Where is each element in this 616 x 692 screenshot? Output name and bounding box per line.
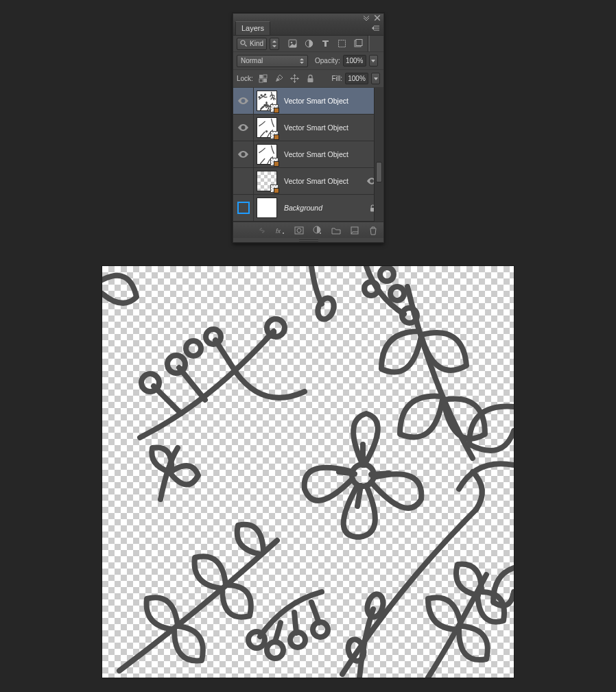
svg-point-25 (186, 341, 201, 356)
lock-transparency-icon[interactable] (259, 74, 268, 84)
visibility-toggle[interactable] (233, 195, 254, 221)
canvas-artwork (102, 266, 514, 678)
close-icon[interactable] (374, 15, 381, 21)
layer-name[interactable]: Background (284, 204, 322, 212)
tab-layers[interactable]: Layers (235, 21, 270, 35)
smart-object-badge (270, 131, 279, 139)
layers-list: Vector Smart Object Vector Smart Object (233, 88, 383, 222)
svg-text:fx: fx (276, 228, 281, 235)
smart-object-badge (270, 104, 279, 112)
panel-tabstrip: Layers (233, 22, 383, 36)
panel-resize-grip[interactable] (233, 238, 383, 242)
svg-rect-6 (356, 40, 362, 46)
svg-point-23 (141, 374, 159, 392)
filter-toggle-switch[interactable] (368, 36, 370, 51)
svg-point-24 (167, 355, 185, 373)
layer-thumbnail[interactable] (257, 117, 277, 138)
lock-icons (259, 74, 316, 84)
svg-point-31 (390, 287, 404, 300)
smart-object-badge (270, 184, 279, 193)
layer-thumbnail[interactable] (257, 91, 277, 111)
opacity-dropdown[interactable] (369, 55, 378, 67)
lock-label: Lock: (237, 75, 253, 82)
layer-name[interactable]: Vector Smart Object (284, 97, 348, 105)
filter-smartobject-icon[interactable] (353, 39, 363, 49)
filter-kind-search[interactable]: Kind (237, 38, 267, 50)
layer-row[interactable]: Vector Smart Object (233, 168, 383, 195)
svg-point-30 (380, 267, 394, 281)
svg-rect-4 (338, 40, 345, 47)
collapse-icon[interactable] (363, 15, 370, 21)
layers-panel: Layers Kind Normal Opacity: 100% (233, 13, 384, 243)
layer-name[interactable]: Vector Smart Object (284, 177, 348, 185)
svg-rect-11 (307, 78, 313, 82)
svg-point-0 (241, 40, 245, 45)
svg-point-29 (364, 282, 378, 296)
layer-thumbnail[interactable] (257, 171, 277, 191)
svg-rect-10 (259, 79, 263, 82)
blend-row: Normal Opacity: 100% (233, 52, 383, 70)
link-layers-icon[interactable] (257, 226, 267, 235)
layer-row[interactable]: Vector Smart Object (233, 88, 383, 115)
layer-name[interactable]: Vector Smart Object (284, 150, 348, 158)
filter-kind-label: Kind (250, 40, 263, 47)
layer-style-icon[interactable]: fx (276, 226, 285, 235)
search-icon (240, 40, 247, 48)
layer-thumbnail[interactable] (257, 144, 277, 165)
svg-point-20 (297, 228, 301, 232)
visibility-toggle[interactable] (233, 168, 254, 194)
filter-kind-stepper[interactable] (270, 38, 279, 50)
delete-layer-icon[interactable] (368, 226, 378, 235)
visibility-toggle[interactable] (233, 115, 254, 141)
svg-point-26 (206, 329, 221, 344)
flyout-menu-icon[interactable] (372, 23, 381, 33)
lock-all-icon[interactable] (306, 74, 316, 84)
adjustment-layer-icon[interactable] (313, 226, 322, 235)
lock-row: Lock: Fill: 100% (233, 70, 383, 88)
svg-rect-7 (259, 75, 263, 78)
lock-paint-icon[interactable] (274, 74, 284, 84)
frame-indicator-icon (237, 202, 250, 214)
fill-label: Fill: (331, 75, 342, 82)
filter-pixel-icon[interactable] (287, 39, 297, 49)
layer-row[interactable]: Vector Smart Object (233, 141, 383, 168)
filter-type-icons (287, 39, 363, 49)
scrollbar-thumb[interactable] (376, 162, 382, 182)
group-icon[interactable] (331, 226, 341, 235)
svg-point-2 (290, 42, 292, 44)
layer-mask-icon[interactable] (294, 226, 304, 235)
layer-row[interactable]: Vector Smart Object (233, 115, 383, 141)
filter-type-icon[interactable] (320, 39, 330, 49)
document-canvas[interactable] (102, 266, 514, 678)
opacity-label: Opacity: (315, 57, 340, 64)
layer-thumbnail[interactable] (257, 198, 277, 218)
layers-bottom-toolbar: fx (233, 222, 383, 238)
blend-mode-dropdown[interactable]: Normal (237, 55, 308, 67)
layer-row[interactable]: Background (233, 195, 383, 222)
svg-point-16 (266, 131, 268, 132)
filter-shape-icon[interactable] (337, 39, 346, 49)
new-layer-icon[interactable] (350, 226, 359, 235)
visibility-toggle[interactable] (233, 88, 254, 114)
layer-name[interactable]: Vector Smart Object (284, 123, 348, 132)
visibility-toggle[interactable] (233, 141, 254, 167)
blend-mode-value: Normal (241, 57, 263, 64)
svg-point-34 (248, 632, 265, 648)
fill-input[interactable]: 100% (345, 73, 368, 84)
opacity-input[interactable]: 100% (343, 55, 366, 67)
filter-adjustment-icon[interactable] (304, 39, 313, 49)
layers-scrollbar[interactable] (374, 88, 383, 222)
smart-object-badge (270, 158, 279, 166)
filter-row: Kind (233, 36, 383, 52)
svg-rect-8 (263, 79, 267, 82)
fill-dropdown[interactable] (371, 73, 380, 84)
svg-rect-9 (263, 75, 267, 78)
lock-position-icon[interactable] (290, 74, 300, 84)
